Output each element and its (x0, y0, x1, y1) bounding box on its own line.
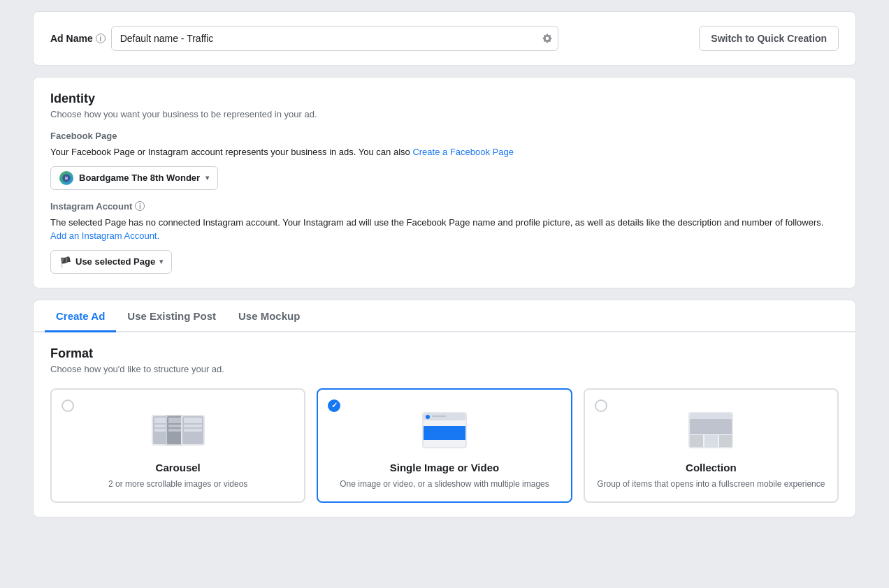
instagram-account-desc: The selected Page has no connected Insta… (50, 216, 839, 243)
ad-name-input[interactable] (111, 26, 558, 51)
format-option-collection[interactable]: Collection Group of items that opens int… (584, 388, 839, 503)
svg-rect-30 (704, 435, 718, 447)
svg-rect-24 (432, 418, 442, 419)
instagram-info-icon: i (135, 201, 145, 211)
carousel-format-desc: 2 or more scrollable images or videos (108, 478, 247, 490)
facebook-page-desc: Your Facebook Page or Instagram account … (50, 145, 839, 159)
collection-format-name: Collection (686, 462, 737, 473)
format-card: Format Choose how you'd like to structur… (33, 332, 856, 517)
gear-icon-button[interactable] (542, 33, 553, 44)
collection-format-desc: Group of items that opens into a fullscr… (597, 478, 825, 490)
gear-icon (542, 33, 553, 44)
svg-text:B: B (65, 176, 68, 180)
use-page-chevron-icon: ▾ (159, 258, 163, 265)
tab-use-existing-post[interactable]: Use Existing Post (116, 300, 227, 332)
identity-subtitle: Choose how you want your business to be … (50, 109, 839, 119)
format-grid: Carousel 2 or more scrollable images or … (50, 388, 839, 503)
format-title: Format (50, 346, 839, 361)
switch-to-quick-creation-button[interactable]: Switch to Quick Creation (699, 26, 839, 51)
add-instagram-account-link[interactable]: Add an Instagram Account. (50, 230, 159, 241)
single-image-format-desc: One image or video, or a slideshow with … (340, 478, 549, 490)
svg-rect-21 (424, 440, 465, 447)
carousel-radio (62, 399, 74, 412)
collection-radio (595, 399, 607, 412)
single-image-icon-wrap (417, 409, 472, 453)
facebook-page-label: Facebook Page (50, 131, 839, 141)
single-image-icon (417, 409, 472, 451)
ad-name-info-icon: i (96, 34, 106, 43)
collection-icon (683, 409, 739, 451)
carousel-format-name: Carousel (156, 462, 201, 473)
svg-point-22 (426, 415, 430, 419)
flag-icon: 🏴 (59, 256, 71, 267)
identity-card: Identity Choose how you want your busine… (33, 77, 856, 288)
ad-name-label: Ad Name i (50, 33, 106, 44)
ad-name-input-wrapper (111, 26, 558, 51)
identity-title: Identity (50, 91, 839, 106)
svg-rect-28 (690, 419, 732, 434)
use-selected-page-button[interactable]: 🏴 Use selected Page ▾ (50, 250, 172, 274)
svg-rect-15 (184, 425, 202, 427)
create-facebook-page-link[interactable]: Create a Facebook Page (412, 147, 514, 157)
single-image-format-name: Single Image or Video (390, 462, 499, 473)
ad-name-card: Ad Name i Switch to Quick Creation (33, 11, 856, 66)
svg-rect-23 (432, 416, 446, 417)
format-option-carousel[interactable]: Carousel 2 or more scrollable images or … (50, 388, 305, 503)
instagram-account-label: Instagram Account (50, 201, 132, 212)
format-subtitle: Choose how you'd like to structure your … (50, 364, 839, 374)
tabs-card: Create Ad Use Existing Post Use Mockup (33, 300, 856, 332)
tabs-row: Create Ad Use Existing Post Use Mockup (34, 300, 855, 332)
facebook-page-select-button[interactable]: B Boardgame The 8th Wonder ▾ (50, 166, 218, 190)
format-option-single-image-video[interactable]: Single Image or Video One image or video… (317, 388, 572, 503)
svg-rect-20 (424, 426, 465, 440)
use-selected-page-label: Use selected Page (75, 256, 155, 267)
page-avatar: B (59, 171, 73, 185)
svg-rect-31 (719, 435, 732, 447)
facebook-page-name: Boardgame The 8th Wonder (79, 172, 200, 183)
page-avatar-icon: B (62, 173, 71, 183)
svg-rect-29 (690, 435, 703, 447)
ad-name-row: Ad Name i Switch to Quick Creation (50, 26, 839, 51)
chevron-down-icon: ▾ (205, 174, 209, 182)
instagram-account-label-row: Instagram Account i (50, 201, 839, 212)
ad-name-left: Ad Name i (50, 26, 699, 51)
collection-icon-wrap (683, 409, 739, 453)
tab-use-mockup[interactable]: Use Mockup (227, 300, 311, 332)
svg-rect-27 (690, 413, 732, 419)
svg-rect-14 (184, 418, 202, 423)
svg-rect-16 (184, 429, 202, 432)
ad-name-label-text: Ad Name (50, 33, 93, 44)
carousel-icon-wrap (150, 409, 206, 453)
carousel-icon (150, 409, 206, 451)
tab-create-ad[interactable]: Create Ad (45, 300, 116, 332)
single-image-radio (328, 399, 340, 412)
